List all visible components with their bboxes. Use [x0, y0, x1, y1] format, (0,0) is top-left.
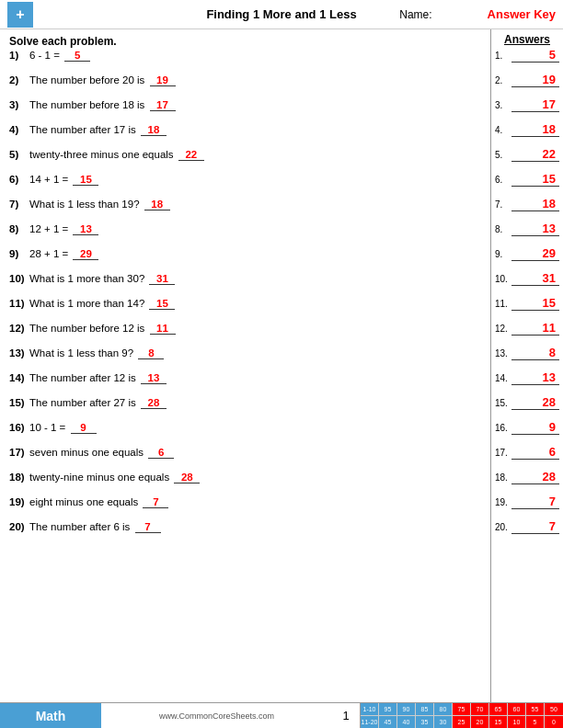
answer-row-15: 15.28 — [495, 395, 559, 419]
answer-key-val-8: 13 — [511, 222, 559, 236]
page-title: Finding 1 More and 1 Less — [206, 7, 356, 21]
footer: Math www.CommonCoreSheets.com 1 1-10 95 … — [0, 702, 563, 728]
problem-number-18: 18) — [9, 472, 29, 483]
answer-key-val-20: 7 — [511, 519, 559, 534]
score-15: 15 — [489, 716, 508, 728]
scoring-row-1: 1-10 95 90 85 80 75 70 65 60 55 50 — [361, 703, 563, 716]
problems-container: 1)6 - 1 = 52)The number before 20 is 193… — [9, 50, 481, 545]
answer-row-2: 2.19 — [495, 73, 559, 97]
problem-number-11: 11) — [9, 298, 29, 309]
score-10: 10 — [508, 716, 526, 728]
answer-key-val-7: 18 — [511, 197, 559, 211]
problem-text-2: The number before 20 is 19 — [29, 74, 481, 86]
answer-key-val-12: 11 — [511, 321, 559, 336]
score-60: 60 — [508, 703, 526, 715]
score-65: 65 — [489, 703, 508, 715]
problem-number-7: 7) — [9, 199, 29, 210]
answer-key-num-1: 1. — [495, 51, 511, 61]
problem-row-3: 3)The number before 18 is 17 — [9, 99, 481, 123]
answer-key-val-19: 7 — [511, 495, 559, 509]
problem-text-19: eight minus one equals 7 — [29, 496, 481, 508]
answer-row-1: 1.5 — [495, 48, 559, 72]
answer-key-val-11: 15 — [511, 296, 559, 311]
answer-key-num-17: 17. — [495, 448, 511, 458]
answer-key-val-2: 19 — [511, 73, 559, 87]
problem-row-20: 20)The number after 6 is 7 — [9, 521, 481, 545]
score-75: 75 — [453, 703, 471, 715]
answer-row-4: 4.18 — [495, 122, 559, 146]
problem-number-8: 8) — [9, 223, 29, 234]
problem-text-16: 10 - 1 = 9 — [29, 422, 481, 434]
answer-key-val-3: 17 — [511, 97, 559, 112]
answer-row-18: 18.28 — [495, 470, 559, 494]
answer-blank-18: 28 — [174, 472, 200, 483]
answer-blank-7: 18 — [144, 199, 170, 210]
problem-row-11: 11)What is 1 more than 14? 15 — [9, 298, 481, 322]
answer-blank-2: 19 — [150, 74, 176, 86]
answer-key-num-14: 14. — [495, 373, 511, 383]
score-45: 45 — [379, 716, 397, 728]
answer-row-7: 7.18 — [495, 197, 559, 221]
answer-row-3: 3.17 — [495, 97, 559, 121]
problem-number-9: 9) — [9, 248, 29, 259]
answer-blank-20: 7 — [135, 521, 161, 533]
answer-key-val-14: 13 — [511, 370, 559, 385]
math-button[interactable]: Math — [0, 703, 101, 728]
answer-key-num-18: 18. — [495, 472, 511, 483]
answer-blank-11: 15 — [149, 298, 175, 310]
answer-key-num-11: 11. — [495, 299, 511, 309]
answer-blank-3: 17 — [150, 99, 176, 111]
answer-key-section: Answers 1.52.193.174.185.226.157.188.139… — [491, 29, 563, 702]
problem-number-6: 6) — [9, 174, 29, 185]
problem-row-15: 15)The number after 27 is 28 — [9, 397, 481, 421]
answer-row-6: 6.15 — [495, 172, 559, 196]
answer-key-val-18: 28 — [511, 470, 559, 484]
score-90: 90 — [397, 703, 416, 715]
problem-text-14: The number after 12 is 13 — [29, 372, 481, 384]
problem-text-4: The number after 17 is 18 — [29, 124, 481, 136]
footer-page: 1 — [332, 703, 360, 728]
problem-text-10: What is 1 more than 30? 31 — [29, 273, 481, 285]
problem-number-13: 13) — [9, 347, 29, 358]
answer-row-5: 5.22 — [495, 147, 559, 171]
answer-key-num-4: 4. — [495, 125, 511, 135]
answer-blank-5: 22 — [178, 149, 204, 161]
problem-number-3: 3) — [9, 99, 29, 110]
problems-section: Solve each problem. 1)6 - 1 = 52)The num… — [0, 29, 491, 702]
problem-number-19: 19) — [9, 496, 29, 507]
answer-key-num-3: 3. — [495, 100, 511, 110]
problem-text-9: 28 + 1 = 29 — [29, 248, 481, 260]
score-70: 70 — [471, 703, 489, 715]
answer-row-19: 19.7 — [495, 495, 559, 518]
problem-number-10: 10) — [9, 273, 29, 284]
answer-key-num-7: 7. — [495, 199, 511, 210]
problem-text-1: 6 - 1 = 5 — [29, 50, 481, 62]
problem-number-12: 12) — [9, 323, 29, 334]
problem-row-2: 2)The number before 20 is 19 — [9, 74, 481, 98]
problem-row-9: 9)28 + 1 = 29 — [9, 248, 481, 272]
score-label-2: 11-20 — [361, 716, 379, 728]
answer-key-val-1: 5 — [511, 48, 559, 63]
score-80: 80 — [434, 703, 453, 715]
problem-row-16: 16)10 - 1 = 9 — [9, 422, 481, 446]
problem-row-1: 1)6 - 1 = 5 — [9, 50, 481, 74]
header: + Finding 1 More and 1 Less Name: Answer… — [0, 0, 563, 29]
answer-key-num-5: 5. — [495, 150, 511, 160]
answer-key-num-10: 10. — [495, 274, 511, 284]
answer-row-10: 10.31 — [495, 271, 559, 295]
score-20: 20 — [471, 716, 489, 728]
answer-blank-15: 28 — [141, 397, 167, 409]
problem-number-4: 4) — [9, 124, 29, 135]
problem-row-18: 18)twenty-nine minus one equals 28 — [9, 472, 481, 495]
answer-blank-13: 8 — [138, 347, 164, 359]
problem-text-17: seven minus one equals 6 — [29, 447, 481, 459]
answer-key-val-9: 29 — [511, 246, 559, 261]
score-0: 0 — [545, 716, 563, 728]
scoring-row-2: 11-20 45 40 35 30 25 20 15 10 5 0 — [361, 716, 563, 728]
answer-blank-10: 31 — [149, 273, 175, 285]
answer-key-val-16: 9 — [511, 420, 559, 435]
problem-text-12: The number before 12 is 11 — [29, 323, 481, 335]
answer-key-val-15: 28 — [511, 395, 559, 410]
answer-blank-4: 18 — [141, 124, 167, 136]
score-25: 25 — [453, 716, 471, 728]
